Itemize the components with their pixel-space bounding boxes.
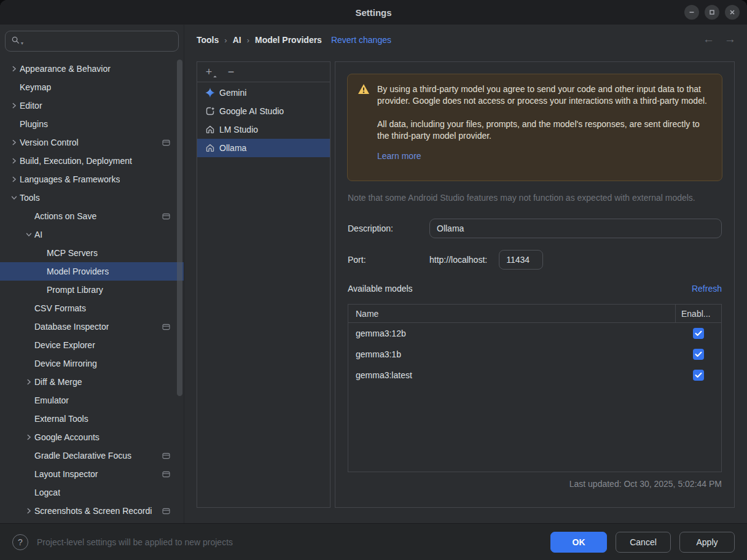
sidebar-item-prompt-library[interactable]: Prompt Library <box>0 281 184 299</box>
chevron-down-icon[interactable] <box>23 229 34 240</box>
sidebar-item-languages-frameworks[interactable]: Languages & Frameworks <box>0 170 184 189</box>
sidebar-item-diff-merge[interactable]: Diff & Merge <box>0 373 184 391</box>
model-enabled-checkbox[interactable] <box>693 370 704 381</box>
chevron-placeholder <box>36 284 47 295</box>
in-place-settings-icon <box>162 324 170 330</box>
sidebar-item-label: Editor <box>20 101 42 111</box>
column-header-name[interactable]: Name <box>348 309 675 319</box>
settings-search-input[interactable]: ▾ <box>5 31 179 52</box>
in-place-settings-icon <box>162 213 170 220</box>
breadcrumb-item-model-providers[interactable]: Model Providers <box>255 35 322 45</box>
model-enabled-cell <box>675 370 721 381</box>
breadcrumb-item-ai[interactable]: AI <box>233 35 241 45</box>
history-nav: ← → <box>703 33 736 46</box>
apply-button[interactable]: Apply <box>679 532 735 553</box>
chevron-down-icon[interactable] <box>9 192 20 203</box>
warning-paragraph: All data, including your files, prompts,… <box>377 119 712 142</box>
provider-detail-panel: By using a third-party model you agree t… <box>335 61 735 508</box>
chevron-placeholder <box>23 413 34 424</box>
model-row-gemma3-latest[interactable]: gemma3:latest <box>348 365 721 386</box>
chevron-right-icon[interactable] <box>23 505 34 516</box>
minimize-button[interactable] <box>684 5 699 20</box>
dialog-buttons: OK Cancel Apply <box>550 532 735 553</box>
provider-list: GeminiGoogle AI StudioLM StudioOllama <box>197 82 330 157</box>
sidebar-item-external-tools[interactable]: External Tools <box>0 410 184 428</box>
model-row-gemma3-12b[interactable]: gemma3:12b <box>348 323 721 344</box>
port-input[interactable] <box>499 250 543 270</box>
provider-item-lm-studio[interactable]: LM Studio <box>197 120 330 139</box>
chevron-right-icon[interactable] <box>23 432 34 443</box>
sidebar-item-device-explorer[interactable]: Device Explorer <box>0 336 184 354</box>
remove-provider-button[interactable]: − <box>226 66 236 77</box>
sidebar-item-layout-inspector[interactable]: Layout Inspector <box>0 465 184 483</box>
sidebar-item-label: Plugins <box>20 119 48 129</box>
breadcrumb-item-tools[interactable]: Tools <box>197 35 219 45</box>
sidebar-item-appearance-behavior[interactable]: Appearance & Behavior <box>0 60 184 78</box>
sidebar-item-mcp-servers[interactable]: MCP Servers <box>0 244 184 262</box>
model-enabled-checkbox[interactable] <box>693 349 704 360</box>
sidebar-item-tools[interactable]: Tools <box>0 189 184 207</box>
ok-button[interactable]: OK <box>550 532 607 553</box>
sidebar-item-ai[interactable]: AI <box>0 225 184 244</box>
back-arrow-icon[interactable]: ← <box>703 33 714 46</box>
sidebar-item-screenshots-screen-recordi[interactable]: Screenshots & Screen Recordi <box>0 502 184 520</box>
sidebar-item-model-providers[interactable]: Model Providers <box>0 262 184 281</box>
sidebar-item-google-accounts[interactable]: Google Accounts <box>0 428 184 446</box>
chevron-placeholder <box>23 469 34 480</box>
maximize-button[interactable] <box>705 5 719 20</box>
provider-item-google-ai-studio[interactable]: Google AI Studio <box>197 102 330 120</box>
sidebar-item-actions-on-save[interactable]: Actions on Save <box>0 207 184 225</box>
chevron-right-icon[interactable] <box>9 174 20 185</box>
sidebar-item-gradle-declarative-focus[interactable]: Gradle Declarative Focus <box>0 446 184 465</box>
search-icon <box>11 36 20 47</box>
chevron-right-icon[interactable] <box>9 63 20 74</box>
chevron-right-icon[interactable] <box>9 155 20 166</box>
add-provider-button[interactable]: + <box>204 66 214 77</box>
description-row: Description: <box>348 219 722 238</box>
sidebar-item-build-execution-deployment[interactable]: Build, Execution, Deployment <box>0 152 184 170</box>
sidebar-item-label: Screenshots & Screen Recordi <box>34 506 152 516</box>
sidebar-item-label: Tools <box>20 193 40 203</box>
sidebar-item-editor[interactable]: Editor <box>0 96 184 115</box>
chevron-right-icon[interactable] <box>23 376 34 387</box>
chevron-right-icon[interactable] <box>9 100 20 111</box>
available-models-row: Available models Refresh <box>348 282 722 295</box>
in-place-settings-icon <box>162 471 170 478</box>
sidebar-item-version-control[interactable]: Version Control <box>0 133 184 152</box>
sidebar-item-emulator[interactable]: Emulator <box>0 391 184 410</box>
warning-paragraph: By using a third-party model you agree t… <box>377 84 712 107</box>
learn-more-link[interactable]: Learn more <box>377 150 421 162</box>
sidebar-item-csv-formats[interactable]: CSV Formats <box>0 299 184 317</box>
forward-arrow-icon[interactable]: → <box>724 33 736 46</box>
sidebar-item-database-inspector[interactable]: Database Inspector <box>0 317 184 336</box>
port-row: Port: http://localhost: <box>348 250 722 270</box>
sidebar-item-logcat[interactable]: Logcat <box>0 483 184 502</box>
cancel-button[interactable]: Cancel <box>616 532 671 553</box>
sidebar-item-label: Device Explorer <box>34 340 95 350</box>
chevron-right-icon[interactable] <box>9 137 20 148</box>
model-name: gemma3:1b <box>348 349 675 359</box>
column-header-enabled[interactable]: Enabl... <box>676 309 721 319</box>
sidebar-item-device-mirroring[interactable]: Device Mirroring <box>0 354 184 373</box>
model-enabled-checkbox[interactable] <box>693 328 704 339</box>
in-place-settings-icon <box>162 508 170 515</box>
revert-changes-link[interactable]: Revert changes <box>331 35 391 45</box>
breadcrumb-separator: › <box>224 36 227 45</box>
model-row-gemma3-1b[interactable]: gemma3:1b <box>348 344 721 365</box>
sidebar-item-label: Model Providers <box>47 266 109 276</box>
settings-window: Settings ▾ Appearance & BehaviorKeymapEd… <box>0 0 747 560</box>
description-input[interactable] <box>429 219 722 238</box>
sidebar-item-keymap[interactable]: Keymap <box>0 78 184 96</box>
provider-item-gemini[interactable]: Gemini <box>197 84 330 102</box>
sidebar-item-label: Build, Execution, Deployment <box>20 156 132 166</box>
search-filter-caret-icon[interactable]: ▾ <box>21 41 23 46</box>
home-icon <box>205 143 215 153</box>
provider-item-ollama[interactable]: Ollama <box>197 139 330 157</box>
help-icon[interactable]: ? <box>12 534 28 550</box>
close-button[interactable] <box>725 5 740 20</box>
refresh-link[interactable]: Refresh <box>692 284 722 294</box>
sidebar-item-plugins[interactable]: Plugins <box>0 115 184 133</box>
sidebar-scrollbar[interactable] <box>177 60 182 396</box>
ai-studio-icon <box>205 106 215 116</box>
sidebar-item-label: Logcat <box>34 488 60 497</box>
